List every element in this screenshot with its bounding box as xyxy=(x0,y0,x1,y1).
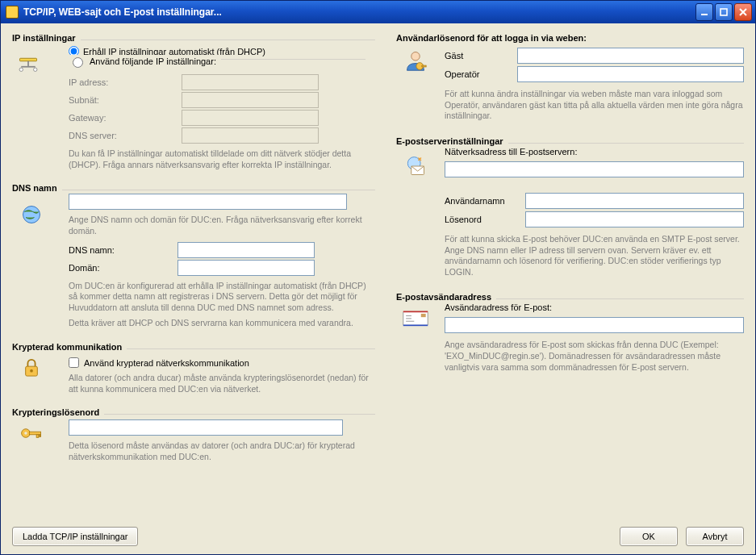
smtp-user-input[interactable] xyxy=(525,193,744,209)
load-button[interactable]: Ladda TCP/IP inställningar xyxy=(12,527,138,546)
svg-point-5 xyxy=(19,68,23,71)
encrypt-checkbox-label: Använd krypterad nätverkskommunikation xyxy=(84,358,249,368)
ip-manual-block: Använd följande IP inställningar: IP adr… xyxy=(69,59,365,144)
operator-row: Operatör xyxy=(445,66,744,82)
cancel-button[interactable]: Avbryt xyxy=(686,527,744,546)
ip-radio-manual-row[interactable]: Använd följande IP inställningar: xyxy=(69,55,221,68)
dns-domain-top xyxy=(69,194,375,210)
userpw-group: Användarlösenord för att logga in via we… xyxy=(396,33,744,128)
subnet-row: Subnät: xyxy=(69,92,365,108)
svg-rect-14 xyxy=(40,435,41,437)
ip-radio-manual[interactable] xyxy=(73,57,83,68)
titlebar-left: TCP/IP, WEB-sajt och E-post inställninga… xyxy=(6,6,222,19)
guest-label: Gäst xyxy=(445,51,517,61)
sender-label: Avsändaradress för E-post: xyxy=(445,303,744,312)
smtp-user-row: Användarnamn xyxy=(445,193,744,209)
maximize-button[interactable] xyxy=(715,3,733,21)
sender-group-title: E-postavsändaradress xyxy=(396,292,496,302)
ip-hint: Du kan få IP inställningar automatiskt t… xyxy=(69,148,375,170)
dns-hint2: Om DUC:en är konfigurerad att erhålla IP… xyxy=(69,281,375,314)
subnet-input xyxy=(182,92,319,108)
sender-input-wrap xyxy=(445,317,744,333)
ip-settings-title: IP inställningar xyxy=(12,33,81,43)
svg-point-15 xyxy=(411,52,420,61)
encpass-group-title: Krypteringslösenord xyxy=(12,407,104,417)
user-icon xyxy=(399,49,432,73)
encryption-group: Krypterad kommunikation Använd krypterad… xyxy=(12,348,375,399)
dns-group: DNS namn Ange DNS namn och domän för DUC… xyxy=(12,190,375,334)
ip-address-input xyxy=(182,74,319,90)
gateway-row: Gateway: xyxy=(69,110,365,126)
right-buttons: OK Avbryt xyxy=(620,527,744,546)
smtp-user-label: Användarnamn xyxy=(445,196,525,206)
dns-hint1: Ange DNS namn och domän för DUC:en. Fråg… xyxy=(69,215,375,236)
userpw-group-title: Användarlösenord för att logga in via we… xyxy=(396,33,744,43)
dns-fqdn-input[interactable] xyxy=(69,194,347,210)
svg-rect-12 xyxy=(29,432,40,436)
ip-settings-group: IP inställningar Erhåll IP inställninga xyxy=(12,40,375,175)
encpass-group: Krypteringslösenord Detta löseno xyxy=(12,414,375,467)
smtp-hint: För att kunna skicka E-post behöver DUC:… xyxy=(445,234,744,278)
encryption-group-title: Krypterad kommunikation xyxy=(12,342,127,352)
svg-rect-17 xyxy=(422,65,426,67)
encrypt-hint: Alla datorer (och andra ducar) måste anv… xyxy=(69,373,375,394)
svg-rect-21 xyxy=(421,314,426,317)
svg-point-6 xyxy=(34,68,37,71)
smtp-server-input[interactable] xyxy=(445,161,744,177)
domain-input[interactable] xyxy=(178,260,315,276)
dns-name-input[interactable] xyxy=(178,242,315,258)
ip-radio-manual-label: Använd följande IP inställningar: xyxy=(90,56,216,66)
smtp-pass-row: Lösenord xyxy=(445,211,744,227)
dns-name-label: DNS namn: xyxy=(69,245,178,255)
guest-row: Gäst xyxy=(445,48,744,64)
mail-icon xyxy=(399,155,432,179)
svg-rect-13 xyxy=(36,435,39,438)
encrypt-checkbox[interactable] xyxy=(69,357,79,368)
encrypt-checkbox-row[interactable]: Använd krypterad nätverkskommunikation xyxy=(69,357,375,368)
sender-group: E-postavsändaradress Avsändaradress för … xyxy=(396,298,744,379)
minimize-button[interactable] xyxy=(695,3,713,21)
svg-point-7 xyxy=(23,207,40,223)
close-button[interactable] xyxy=(734,3,752,21)
dns-name-row: DNS namn: xyxy=(69,242,375,258)
svg-rect-0 xyxy=(701,14,708,15)
button-bar: Ladda TCP/IP inställningar OK Avbryt xyxy=(12,522,744,546)
encpass-input-wrap xyxy=(69,419,375,436)
svg-point-11 xyxy=(24,432,27,436)
svg-point-9 xyxy=(30,369,33,373)
smtp-pass-input[interactable] xyxy=(525,211,744,227)
operator-input[interactable] xyxy=(517,66,744,82)
dns-server-input xyxy=(182,127,319,144)
dns-hint3: Detta kräver att DHCP och DNS servrarna … xyxy=(69,318,375,329)
sender-input[interactable] xyxy=(445,317,744,333)
columns: IP inställningar Erhåll IP inställninga xyxy=(12,33,744,522)
sender-hint: Ange avsändaradress för E-post som skick… xyxy=(445,340,744,373)
envelope-icon xyxy=(399,309,432,328)
titlebar-buttons xyxy=(695,3,752,21)
smtp-server-wrap xyxy=(445,161,744,177)
smtp-group-title: E-postserverinställningar xyxy=(396,136,508,146)
gateway-label: Gateway: xyxy=(69,113,182,123)
domain-label: Domän: xyxy=(69,263,178,273)
dns-group-title: DNS namn xyxy=(12,183,62,193)
lock-icon xyxy=(15,357,48,380)
encpass-input[interactable] xyxy=(69,419,343,436)
key-icon xyxy=(15,423,48,445)
ok-button[interactable]: OK xyxy=(620,527,678,546)
window-title: TCP/IP, WEB-sajt och E-post inställninga… xyxy=(23,6,222,18)
network-icon xyxy=(15,56,41,76)
dialog-window: TCP/IP, WEB-sajt och E-post inställninga… xyxy=(0,0,756,555)
dns-server-row: DNS server: xyxy=(69,127,365,144)
app-icon xyxy=(6,6,19,19)
guest-input[interactable] xyxy=(517,48,744,64)
right-column: Användarlösenord för att logga in via we… xyxy=(396,33,744,522)
ip-address-label: IP adress: xyxy=(69,77,182,87)
left-column: IP inställningar Erhåll IP inställninga xyxy=(12,33,375,522)
dns-server-label: DNS server: xyxy=(69,131,182,140)
smtp-server-label: Nätverksadress till E-postservern: xyxy=(445,147,744,156)
encpass-hint: Detta lösenord måste användas av datorer… xyxy=(69,440,375,462)
operator-label: Operatör xyxy=(445,69,517,79)
smtp-pass-label: Lösenord xyxy=(445,215,525,224)
titlebar: TCP/IP, WEB-sajt och E-post inställninga… xyxy=(1,1,755,23)
smtp-group: E-postserverinställningar Nätverksadress… xyxy=(396,143,744,285)
